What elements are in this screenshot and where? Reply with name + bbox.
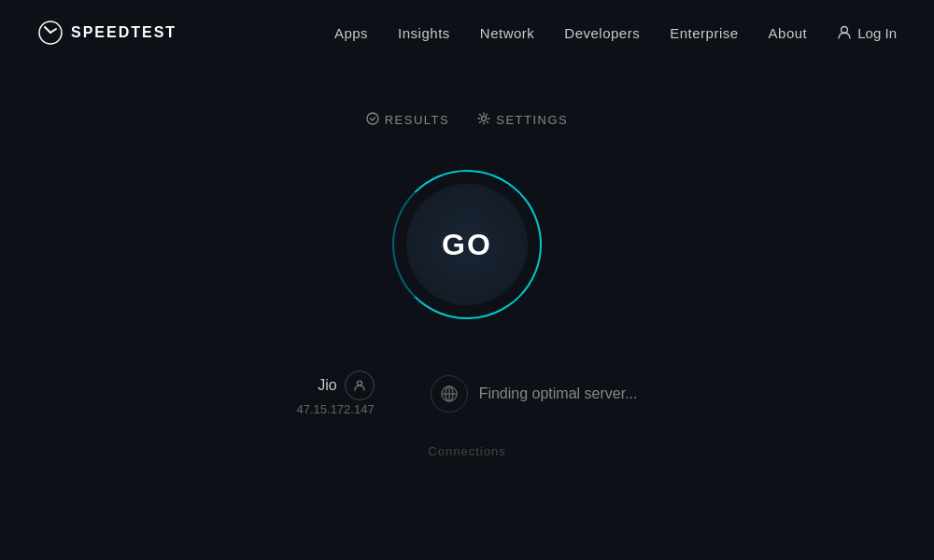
main-content: RESULTS SETTINGS GO Jio — [0, 65, 934, 458]
results-icon — [366, 112, 379, 128]
speedtest-logo-icon — [37, 20, 64, 46]
logo-text: SPEEDTEST — [71, 24, 177, 41]
tab-settings-label: SETTINGS — [496, 113, 568, 127]
isp-ip: 47.15.172.147 — [297, 402, 375, 416]
login-label: Log In — [857, 25, 897, 41]
svg-point-3 — [482, 117, 487, 121]
bottom-info: Jio 47.15.172.147 Finding op — [297, 371, 638, 416]
go-ring — [392, 170, 542, 319]
logo[interactable]: SPEEDTEST — [37, 20, 177, 46]
svg-point-4 — [357, 381, 361, 385]
tab-results-label: RESULTS — [385, 113, 450, 127]
user-icon — [837, 25, 852, 40]
nav-enterprise[interactable]: Enterprise — [670, 25, 738, 41]
nav-apps[interactable]: Apps — [334, 25, 368, 41]
server-status: Finding optimal server... — [479, 385, 638, 402]
nav-about[interactable]: About — [769, 25, 808, 41]
tab-settings[interactable]: SETTINGS — [477, 112, 568, 128]
tab-results[interactable]: RESULTS — [366, 112, 450, 128]
nav-network[interactable]: Network — [480, 25, 535, 41]
main-nav: Apps Insights Network Developers Enterpr… — [334, 25, 897, 41]
globe-icon — [431, 375, 468, 413]
svg-point-2 — [367, 113, 378, 124]
header: SPEEDTEST Apps Insights Network Develope… — [0, 0, 934, 65]
isp-user-icon[interactable] — [345, 371, 375, 400]
isp-info: Jio 47.15.172.147 — [297, 371, 375, 416]
tabs-bar: RESULTS SETTINGS — [366, 112, 569, 128]
go-container: GO — [388, 165, 546, 324]
nav-insights[interactable]: Insights — [398, 25, 450, 41]
isp-name: Jio — [318, 377, 336, 394]
login-button[interactable]: Log In — [837, 25, 897, 41]
nav-developers[interactable]: Developers — [564, 25, 640, 41]
isp-row: Jio — [318, 371, 374, 400]
connections-label[interactable]: Connections — [428, 444, 505, 458]
server-info: Finding optimal server... — [431, 375, 638, 413]
settings-icon — [477, 112, 490, 128]
